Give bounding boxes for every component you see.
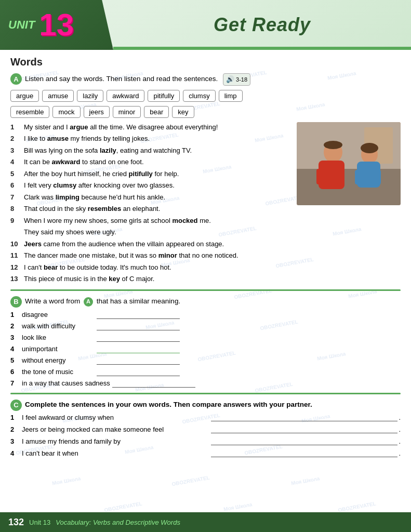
sentence-10: 10 Jeers came from the audience when the… <box>10 239 401 249</box>
answer-line-1[interactable] <box>97 311 180 319</box>
answer-line-6[interactable] <box>97 368 180 376</box>
unit-badge: UNIT 13 <box>0 0 113 50</box>
sentence-6: 6 I felt very clumsy after knocking over… <box>10 180 290 191</box>
sentence-12: 12 I can't bear to be outside today. It'… <box>10 262 401 273</box>
partc-line-1[interactable] <box>211 413 398 421</box>
activity-a-label: A <box>10 73 22 85</box>
activity-b-row: B Write a word from A that has a similar… <box>10 296 401 308</box>
sentence-9b: They said my shoes were ugly. <box>10 227 290 237</box>
activity-b-ref-circle: A <box>84 297 93 307</box>
word-box-lazily: lazily <box>77 90 103 102</box>
svg-rect-11 <box>375 170 381 184</box>
activity-a-text: Listen and say the words. Then listen an… <box>25 75 218 83</box>
activity-c-label: C <box>10 400 22 411</box>
answer-line-3[interactable] <box>97 334 180 342</box>
sentence-7: 7 Clark was limping because he'd hurt hi… <box>10 192 290 203</box>
partb-item-1: 1 disagree <box>10 311 401 319</box>
activity-c-row: C Complete the sentences in your own wor… <box>10 400 401 411</box>
audio-number: 3-18 <box>236 75 247 84</box>
word-box-amuse: amuse <box>42 90 74 102</box>
audio-badge[interactable]: 🔊 3-18 <box>223 73 250 86</box>
photo-container <box>297 122 401 205</box>
audio-icon: 🔊 <box>226 74 234 85</box>
answer-line-2[interactable] <box>97 322 180 330</box>
header: UNIT 13 Get Ready <box>0 0 411 50</box>
activity-a-row: A Listen and say the words. Then listen … <box>10 73 401 86</box>
activity-b-instruction: Write a word from A that has a similar m… <box>25 296 401 307</box>
svg-point-7 <box>324 141 342 149</box>
partc-line-2[interactable] <box>211 425 398 433</box>
sentences-area: 1 My sister and I argue all the time. We… <box>10 122 401 239</box>
partc-line-3[interactable] <box>211 437 398 445</box>
word-box-mock: mock <box>52 106 80 118</box>
svg-rect-10 <box>355 170 361 184</box>
partc-rows: 1 I feel awkward or clumsy when . 2 Jeer… <box>10 413 401 457</box>
partb-item-5: 5 without energy <box>10 356 401 365</box>
partb-item-2: 2 walk with difficulty <box>10 322 401 330</box>
unit-label: UNIT <box>8 18 35 32</box>
sentence-5: 5 After the boy hurt himself, he cried p… <box>10 169 290 179</box>
partb-item-4: 4 unimportant <box>10 345 401 353</box>
sentence-3: 3 Bill was lying on the sofa lazily, eat… <box>10 145 290 156</box>
partc-item-3: 3 I amuse my friends and family by . <box>10 437 401 445</box>
sentence-13: 13 This piece of music is in the key of … <box>10 274 401 284</box>
word-boxes-row1: argue amuse lazily awkward pitifully clu… <box>10 90 401 102</box>
answer-line-7[interactable] <box>112 379 195 388</box>
words-section-title: Words <box>10 56 401 68</box>
word-box-argue: argue <box>10 90 39 102</box>
sentence-9: 9 When I wore my new shoes, some girls a… <box>10 216 290 226</box>
word-box-bear: bear <box>144 106 169 118</box>
footer: 132 Unit 13 Vocabulary: Verbs and Descri… <box>0 512 411 532</box>
partc-line-4[interactable] <box>211 449 398 457</box>
answer-line-4[interactable] <box>97 345 180 353</box>
partc-item-2: 2 Jeers or being mocked can make someone… <box>10 425 401 433</box>
answer-line-5[interactable] <box>97 356 180 365</box>
activity-c-instruction: Complete the sentences in your own words… <box>25 400 401 410</box>
partb-item-3: 3 look like <box>10 334 401 342</box>
partb-item-6: 6 the tone of music <box>10 368 401 376</box>
word-box-pitifully: pitifully <box>148 90 180 102</box>
sentence-11: 11 The dancer made one mistake, but it w… <box>10 250 401 261</box>
unit-number: 13 <box>39 9 74 41</box>
photo-svg <box>297 122 401 205</box>
footer-unit: Unit 13 <box>29 518 50 526</box>
sentences-continued: 10 Jeers came from the audience when the… <box>10 239 401 284</box>
svg-rect-6 <box>337 169 344 184</box>
word-box-minor: minor <box>113 106 141 118</box>
header-title: Get Ready <box>113 14 411 36</box>
word-box-jeers: jeers <box>84 106 110 118</box>
green-divider-2 <box>10 393 401 394</box>
sentence-4: 4 It can be awkward to stand on one foot… <box>10 157 290 167</box>
green-divider-1 <box>10 289 401 291</box>
activity-b-label: B <box>10 296 22 308</box>
partc-item-4: 4 I can't bear it when . <box>10 449 401 457</box>
footer-description: Vocabulary: Verbs and Descriptive Words <box>56 518 180 526</box>
partb-item-7: 7 in a way that causes sadness <box>10 379 401 388</box>
svg-rect-5 <box>316 169 324 184</box>
main-content: Words A Listen and say the words. Then l… <box>0 50 411 466</box>
word-boxes-row2: resemble mock jeers minor bear key <box>10 106 401 118</box>
activity-a-instruction: Listen and say the words. Then listen an… <box>25 73 401 86</box>
sentence-1: 1 My sister and I argue all the time. We… <box>10 122 290 132</box>
svg-rect-1 <box>297 169 401 205</box>
word-box-limp: limp <box>219 90 243 102</box>
svg-point-12 <box>361 143 378 153</box>
word-box-awkward: awkward <box>107 90 144 102</box>
word-box-key: key <box>172 106 194 118</box>
photo-placeholder <box>297 122 401 205</box>
partc-item-1: 1 I feel awkward or clumsy when . <box>10 413 401 421</box>
partb-rows: 1 disagree 2 walk with difficulty 3 look… <box>10 311 401 388</box>
sentence-2: 2 I like to amuse my friends by telling … <box>10 134 290 144</box>
word-box-resemble: resemble <box>10 106 49 118</box>
word-box-clumsy: clumsy <box>183 90 215 102</box>
footer-page-number: 132 <box>8 517 24 528</box>
sentences-list: 1 My sister and I argue all the time. We… <box>10 122 290 239</box>
sentence-8: 8 That cloud in the sky resembles an ele… <box>10 204 290 214</box>
